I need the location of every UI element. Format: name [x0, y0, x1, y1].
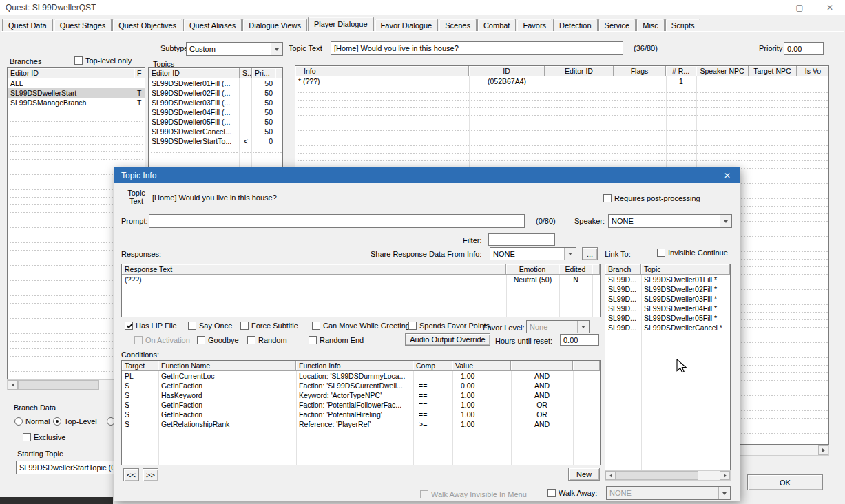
- audio-output-override-button[interactable]: Audio Output Override: [405, 333, 490, 346]
- close-icon[interactable]: ✕: [815, 0, 845, 15]
- topic-text-field[interactable]: [Home] Would you live in this house?: [331, 41, 623, 55]
- response-row[interactable]: (???) Neutral (50) N: [122, 275, 600, 284]
- walk-away-checkbox[interactable]: Walk Away:: [547, 489, 597, 497]
- column-header-id[interactable]: ID: [469, 66, 545, 76]
- prev-info-button[interactable]: <<: [123, 468, 139, 481]
- column-header-flags[interactable]: Flags: [614, 66, 666, 76]
- speaker-dropdown[interactable]: NONE: [608, 214, 732, 228]
- topic-row[interactable]: SL99DSDweller03Fill (... 50: [149, 98, 282, 107]
- column-header-flags[interactable]: F: [134, 68, 145, 78]
- tab-quest-objectives[interactable]: Quest Objectives: [112, 19, 182, 31]
- topics-list[interactable]: Editor ID S... Pri... SL99DSDweller01Fil…: [148, 67, 283, 178]
- maximize-icon[interactable]: ▢: [784, 0, 815, 15]
- ok-button[interactable]: OK: [747, 474, 823, 490]
- invisible-continue-checkbox[interactable]: Invisible Continue: [657, 249, 728, 257]
- link-row[interactable]: SL99D... SL99DSDweller01Fill *: [605, 275, 730, 284]
- condition-row[interactable]: S HasKeyword Keyword: 'ActorTypeNPC' == …: [122, 390, 600, 400]
- column-header-responses[interactable]: # R...: [666, 66, 696, 76]
- subtype-dropdown[interactable]: Custom: [186, 42, 283, 56]
- responses-table[interactable]: Response Text Emotion Edited (???) Neutr…: [121, 264, 601, 317]
- can-move-while-greeting-checkbox[interactable]: Can Move While Greeting: [312, 322, 410, 330]
- prompt-field[interactable]: [149, 214, 525, 228]
- column-header-editor-id[interactable]: Editor ID: [8, 68, 134, 78]
- column-header-response-text[interactable]: Response Text: [122, 264, 506, 275]
- random-end-checkbox[interactable]: Random End: [309, 336, 364, 344]
- minimize-icon[interactable]: —: [754, 0, 784, 15]
- column-header-function-name[interactable]: Function Name: [158, 361, 296, 371]
- force-subtitle-checkbox[interactable]: Force Subtitle: [240, 322, 298, 330]
- share-browse-button[interactable]: ...: [582, 247, 598, 260]
- condition-row[interactable]: S GetRelationshipRank Reference: 'Player…: [122, 419, 600, 429]
- tab-favors[interactable]: Favors: [517, 19, 552, 31]
- scrollbar-track[interactable]: [616, 471, 720, 480]
- condition-row[interactable]: S GetInFaction Faction: 'SL99DSCurrentDw…: [122, 381, 600, 390]
- tab-player-dialogue[interactable]: Player Dialogue: [308, 17, 374, 31]
- goodbye-checkbox[interactable]: Goodbye: [197, 336, 239, 344]
- link-row[interactable]: SL99D... SL99DSDweller02Fill *: [605, 284, 730, 294]
- scrollbar-thumb[interactable]: [18, 380, 99, 390]
- link-to-hscrollbar[interactable]: [605, 470, 731, 481]
- say-once-checkbox[interactable]: Say Once: [188, 322, 232, 330]
- link-row[interactable]: SL99D... SL99DSDweller05Fill *: [605, 313, 730, 323]
- link-to-table[interactable]: Branch Topic SL99D... SL99DSDweller01Fil…: [605, 264, 731, 470]
- branch-row-all[interactable]: ALL: [8, 78, 145, 88]
- column-header-s[interactable]: S...: [240, 68, 252, 78]
- top-level-only-checkbox[interactable]: Top-level only: [74, 56, 132, 65]
- condition-row[interactable]: S GetInFaction Faction: 'PotentialHireli…: [122, 410, 600, 419]
- branch-row-manage-branch[interactable]: SL99DSManageBranch T: [8, 98, 145, 107]
- topic-row[interactable]: SL99DSDwellerStartTo... < 0: [149, 136, 282, 146]
- tab-scenes[interactable]: Scenes: [439, 19, 477, 31]
- condition-row[interactable]: PL GetInCurrentLoc Location: 'SL99DSDumm…: [122, 371, 600, 381]
- tab-combat[interactable]: Combat: [477, 19, 517, 31]
- branch-row-dweller-start[interactable]: SL99DSDwellerStart T: [8, 88, 145, 98]
- new-condition-button[interactable]: New: [568, 468, 600, 481]
- column-header-target-npc[interactable]: Target NPC: [749, 66, 797, 76]
- column-header-editor-id[interactable]: Editor ID: [149, 68, 240, 78]
- scrollbar-thumb[interactable]: [616, 471, 698, 480]
- tab-misc[interactable]: Misc: [636, 19, 665, 31]
- tab-quest-stages[interactable]: Quest Stages: [54, 19, 112, 31]
- column-header-edited[interactable]: Edited: [559, 264, 592, 275]
- topic-row[interactable]: SL99DSDweller02Fill (... 50: [149, 88, 282, 98]
- link-row[interactable]: SL99D... SL99DSDwellerCancel *: [605, 323, 730, 333]
- column-header-target[interactable]: Target: [122, 361, 158, 371]
- column-header-branch[interactable]: Branch: [605, 264, 641, 275]
- requires-post-processing-checkbox[interactable]: Requires post-processing: [603, 194, 700, 202]
- random-checkbox[interactable]: Random: [247, 336, 287, 344]
- tab-quest-aliases[interactable]: Quest Aliases: [183, 19, 242, 31]
- info-row[interactable]: * (???) (052B67A4) 1: [295, 76, 828, 86]
- column-header-info[interactable]: Info: [295, 66, 469, 76]
- column-header-topic[interactable]: Topic: [641, 264, 730, 275]
- condition-row[interactable]: S GetInFaction Faction: 'PotentialFollow…: [122, 400, 600, 410]
- dialog-titlebar[interactable]: Topic Info ✕: [114, 167, 740, 183]
- scroll-right-icon[interactable]: [818, 445, 828, 455]
- topic-row[interactable]: SL99DSDweller04Fill (... 50: [149, 107, 282, 117]
- column-header-emotion[interactable]: Emotion: [506, 264, 559, 275]
- has-lip-file-checkbox[interactable]: Has LIP File: [125, 322, 177, 330]
- next-info-button[interactable]: >>: [143, 468, 158, 481]
- exclusive-checkbox[interactable]: Exclusive: [23, 433, 65, 441]
- tab-favor-dialogue[interactable]: Favor Dialogue: [375, 19, 439, 31]
- topic-row[interactable]: SL99DSDweller05Fill (... 50: [149, 117, 282, 127]
- hours-until-reset-field[interactable]: 0.00: [560, 334, 599, 346]
- scroll-left-icon[interactable]: [605, 471, 616, 480]
- scroll-right-icon[interactable]: [720, 471, 730, 480]
- conditions-table[interactable]: Target Function Name Function Info Comp …: [121, 360, 601, 465]
- spends-favor-points-checkbox[interactable]: Spends Favor Points: [408, 322, 490, 330]
- link-row[interactable]: SL99D... SL99DSDweller04Fill *: [605, 304, 730, 313]
- dialog-close-icon[interactable]: ✕: [715, 167, 740, 183]
- tab-service[interactable]: Service: [598, 19, 636, 31]
- column-header-priority[interactable]: Pri...: [252, 68, 275, 78]
- link-row[interactable]: SL99D... SL99DSDweller03Fill *: [605, 294, 730, 304]
- column-header-comp[interactable]: Comp: [413, 361, 452, 371]
- column-header-is-voiced[interactable]: Is Vo: [797, 66, 829, 76]
- column-header-function-info[interactable]: Function Info: [296, 361, 413, 371]
- column-header-editor-id[interactable]: Editor ID: [545, 66, 614, 76]
- column-header-value[interactable]: Value: [452, 361, 511, 371]
- tab-quest-data[interactable]: Quest Data: [2, 19, 53, 31]
- share-response-dropdown[interactable]: NONE: [490, 247, 576, 260]
- tab-dialogue-views[interactable]: Dialogue Views: [242, 19, 307, 31]
- topic-row[interactable]: SL99DSDweller01Fill (... 50: [149, 78, 282, 88]
- column-header-speaker-npc[interactable]: Speaker NPC: [696, 66, 749, 76]
- tab-detection[interactable]: Detection: [553, 19, 597, 31]
